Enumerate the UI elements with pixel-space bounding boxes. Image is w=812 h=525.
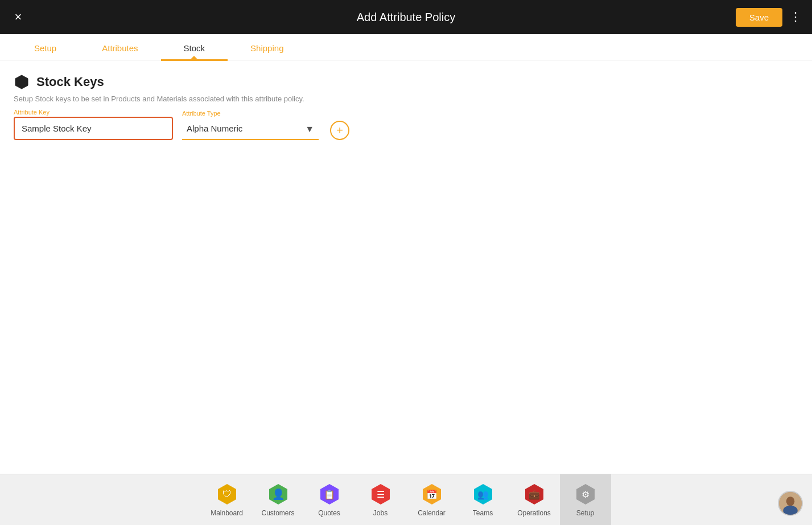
quotes-label: Quotes — [318, 509, 340, 517]
nav-item-jobs[interactable]: ☰ Jobs — [355, 474, 406, 526]
calendar-label: Calendar — [418, 509, 446, 517]
customers-label: Customers — [261, 509, 294, 517]
tab-setup[interactable]: Setup — [11, 34, 79, 60]
bottom-nav: 🛡 Mainboard 👤 Customers 📋 Quotes ☰ — [0, 474, 812, 525]
save-button[interactable]: Save — [736, 8, 782, 27]
attribute-type-group: Attribute Type Alpha Numeric Numeric Tex… — [182, 118, 319, 140]
header-actions: Save ⋮ — [736, 8, 803, 27]
stock-keys-icon — [14, 74, 30, 90]
more-options-button[interactable]: ⋮ — [789, 10, 803, 24]
section-header: Stock Keys — [14, 74, 798, 90]
tabs-bar: Setup Attributes Stock Shipping — [0, 34, 812, 60]
teams-label: Teams — [473, 509, 493, 517]
attribute-type-select-wrapper: Alpha Numeric Numeric Text Boolean ▼ — [182, 118, 319, 140]
jobs-icon: ☰ — [369, 483, 392, 506]
svg-point-18 — [786, 497, 795, 506]
teams-icon: 👥 — [472, 483, 494, 506]
attribute-key-label: Attribute Key — [14, 109, 50, 116]
attribute-key-group: Attribute Key — [14, 117, 173, 140]
svg-marker-0 — [15, 75, 28, 89]
tab-attributes[interactable]: Attributes — [79, 34, 160, 60]
plus-icon: + — [336, 124, 343, 137]
mainboard-icon: 🛡 — [216, 483, 238, 506]
avatar[interactable] — [778, 491, 803, 516]
form-row: Attribute Key Attribute Type Alpha Numer… — [14, 117, 798, 140]
svg-text:☰: ☰ — [377, 490, 385, 499]
add-attribute-button[interactable]: + — [330, 121, 349, 140]
nav-item-customers[interactable]: 👤 Customers — [253, 474, 304, 526]
svg-text:📅: 📅 — [426, 489, 438, 500]
jobs-label: Jobs — [373, 509, 388, 517]
tab-shipping[interactable]: Shipping — [228, 34, 306, 60]
svg-text:💼: 💼 — [529, 489, 540, 500]
quotes-icon: 📋 — [318, 483, 341, 506]
attribute-type-label: Attribute Type — [182, 110, 221, 117]
nav-item-quotes[interactable]: 📋 Quotes — [304, 474, 355, 526]
close-button[interactable]: × — [9, 8, 27, 26]
setup-icon: ⚙ — [574, 483, 597, 506]
operations-icon: 💼 — [523, 483, 546, 506]
nav-item-teams[interactable]: 👥 Teams — [457, 474, 509, 526]
svg-point-19 — [783, 506, 797, 516]
calendar-icon: 📅 — [421, 483, 443, 506]
nav-item-operations[interactable]: 💼 Operations — [509, 474, 560, 526]
section-title: Stock Keys — [36, 75, 104, 89]
svg-text:🛡: 🛡 — [222, 489, 232, 499]
svg-text:👤: 👤 — [272, 488, 285, 501]
setup-label: Setup — [576, 509, 594, 517]
attribute-type-select[interactable]: Alpha Numeric Numeric Text Boolean — [182, 118, 319, 140]
customers-icon: 👤 — [267, 483, 290, 506]
nav-item-setup[interactable]: ⚙ Setup — [560, 474, 611, 526]
tab-stock[interactable]: Stock — [161, 34, 228, 60]
svg-text:⚙: ⚙ — [582, 490, 590, 499]
section-description: Setup Stock keys to be set in Products a… — [14, 95, 798, 103]
mainboard-label: Mainboard — [211, 509, 243, 517]
main-content: Stock Keys Setup Stock keys to be set in… — [0, 60, 812, 474]
page-title: Add Attribute Policy — [357, 11, 455, 24]
app-header: × Add Attribute Policy Save ⋮ — [0, 0, 812, 34]
nav-item-mainboard[interactable]: 🛡 Mainboard — [201, 474, 253, 526]
nav-item-calendar[interactable]: 📅 Calendar — [406, 474, 457, 526]
svg-text:📋: 📋 — [324, 489, 335, 500]
operations-label: Operations — [517, 509, 551, 517]
svg-text:👥: 👥 — [477, 489, 489, 500]
attribute-key-input[interactable] — [14, 117, 173, 140]
